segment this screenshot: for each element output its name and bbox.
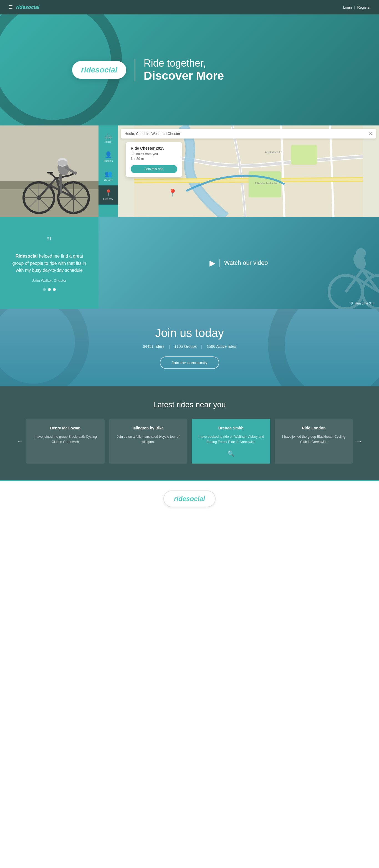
ride-card-title: Ride Chester 2015: [131, 146, 177, 150]
video-cta-divider: [219, 259, 220, 267]
ride-card-3: Ride London I have joined the group Blac…: [275, 419, 353, 464]
hamburger-icon[interactable]: ☰: [8, 4, 13, 10]
login-link[interactable]: Login: [343, 5, 352, 9]
join-community-button[interactable]: Join the community: [160, 356, 219, 369]
ride-card-0-name: Henry McGowan: [32, 426, 99, 430]
sidebar-icons: 🚲 Rides 👤 Buddies 👥 Groups 📍 Live now: [98, 125, 118, 217]
join-stats: 64451 riders | 1105 Groups | 1566 Active…: [143, 344, 236, 349]
join-ride-button[interactable]: Join this ride: [131, 165, 177, 173]
svg-text:Appledore La: Appledore La: [265, 150, 282, 154]
timer-icon: ⏱: [350, 302, 353, 305]
hero-logo: ridesocial: [72, 61, 126, 79]
nav-divider: |: [354, 5, 355, 9]
map-marker: 📍: [168, 188, 178, 198]
ride-card-1-name: Islington by Bike: [115, 426, 182, 430]
groups-icon: 👥: [104, 170, 112, 178]
svg-point-27: [57, 160, 67, 166]
riders-count: 64451 riders: [143, 344, 164, 349]
live-now-icon: 📍: [104, 189, 112, 196]
quote-mark: ": [46, 235, 52, 248]
stat-divider-2: |: [201, 344, 202, 349]
testimonial-text: Ridesocial helped me find a great group …: [11, 253, 87, 274]
svg-text:Chester Golf Club: Chester Golf Club: [255, 182, 278, 185]
join-section: Join us today 64451 riders | 1105 Groups…: [0, 309, 379, 386]
latest-rides-section: Latest rides near you ← Henry McGowan I …: [0, 386, 379, 480]
search-icon[interactable]: 🔍: [197, 450, 265, 457]
svg-rect-1: [0, 187, 98, 217]
cyclist-photo: [0, 125, 98, 217]
rides-label: Rides: [105, 141, 111, 144]
carousel-next-arrow[interactable]: →: [353, 435, 365, 448]
buddies-label: Buddies: [104, 160, 113, 163]
register-link[interactable]: Register: [357, 5, 371, 9]
ride-info-card: Ride Chester 2015 3.3 miles from you 1hr…: [126, 142, 182, 177]
ride-card-0: Henry McGowan I have joined the group Bl…: [26, 419, 104, 464]
hero-section: ridesocial Ride together, Discover More: [0, 14, 379, 125]
map-section: 🚲 Rides 👤 Buddies 👥 Groups 📍 Live now: [98, 125, 379, 217]
sidebar-live-now[interactable]: 📍 Live now: [98, 185, 118, 205]
svg-rect-22: [47, 172, 53, 174]
latest-rides-title: Latest rides near you: [0, 400, 379, 409]
sidebar-groups[interactable]: 👥 Groups: [98, 166, 118, 186]
navbar-right: Login | Register: [343, 5, 371, 9]
rides-grid: Henry McGowan I have joined the group Bl…: [26, 419, 353, 464]
sidebar-buddies[interactable]: 👤 Buddies: [98, 147, 118, 166]
video-cta: ▶ Watch our video: [210, 258, 268, 268]
footer: ridesocial: [0, 480, 379, 516]
footer-logo: ridesocial: [163, 491, 216, 507]
bg-wheel-1: [268, 309, 379, 386]
runtime-text: Run time 3 m: [355, 302, 375, 305]
hero-divider: [134, 59, 135, 81]
ride-card-2-desc: I have booked to ride on Waltham Abbey a…: [197, 434, 265, 445]
testimonial-dots: [43, 288, 56, 291]
right-panel: 🚲 Rides 👤 Buddies 👥 Groups 📍 Live now: [98, 125, 379, 309]
live-now-label: Live now: [103, 198, 113, 201]
hero-content: ridesocial Ride together, Discover More: [0, 58, 224, 83]
navbar: ☰ ridesocial Login | Register: [0, 0, 379, 14]
join-title: Join us today: [155, 327, 224, 340]
brand-name[interactable]: ridesocial: [16, 4, 39, 10]
buddies-icon: 👤: [104, 151, 112, 158]
dot-2[interactable]: [48, 288, 51, 291]
rides-carousel: ← Henry McGowan I have joined the group …: [0, 419, 379, 464]
testimonial-panel: " Ridesocial helped me find a great grou…: [0, 217, 98, 309]
rides-icon: 🚲: [104, 132, 112, 140]
ride-card-2-name: Brenda Smith: [197, 426, 265, 430]
ride-card-1: Islington by Bike Join us on a fully mar…: [109, 419, 188, 464]
sidebar-rides[interactable]: 🚲 Rides: [98, 128, 118, 147]
bg-wheel-2: [0, 309, 89, 386]
watch-video-text: Watch our video: [224, 259, 268, 267]
map-search-bar: Hoole, Cheshire West and Chester ✕: [121, 129, 376, 138]
map-container[interactable]: Hoole, Cheshire West and Chester ✕: [118, 125, 379, 217]
map-search-text[interactable]: Hoole, Cheshire West and Chester: [125, 131, 369, 136]
carousel-prev-arrow[interactable]: ←: [14, 435, 26, 448]
dot-1[interactable]: [43, 288, 46, 291]
hero-tagline2: Discover More: [144, 69, 224, 83]
ride-card-3-desc: I have joined the group Blackheath Cycli…: [280, 434, 348, 445]
groups-label: Groups: [104, 179, 113, 182]
active-rides-count: 1566 Active rides: [207, 344, 236, 349]
navbar-left: ☰ ridesocial: [8, 4, 39, 10]
ride-card-0-desc: I have joined the group Blackheath Cycli…: [32, 434, 99, 445]
play-icon: ▶: [210, 258, 216, 268]
ride-card-3-name: Ride London: [280, 426, 348, 430]
groups-count: 1105 Groups: [174, 344, 197, 349]
ride-card-distance: 3.3 miles from you: [131, 152, 177, 156]
hero-tagline1: Ride together,: [144, 58, 224, 69]
svg-line-25: [61, 174, 61, 193]
middle-section: " Ridesocial helped me find a great grou…: [0, 125, 379, 309]
svg-point-41: [356, 248, 366, 258]
dot-3[interactable]: [53, 288, 56, 291]
video-runtime: ⏱ Run time 3 m: [350, 302, 375, 305]
ride-card-1-desc: Join us on a fully marshaled bicycle tou…: [115, 434, 182, 445]
ride-card-duration: 1hr 30 m: [131, 157, 177, 161]
testimonial-author: John Walker, Chester: [32, 278, 67, 283]
svg-rect-34: [296, 217, 379, 309]
map-close-button[interactable]: ✕: [369, 131, 372, 136]
video-section[interactable]: ▶ Watch our video ⏱ Run time 3 m: [98, 217, 379, 309]
hero-text: Ride together, Discover More: [144, 58, 224, 83]
left-panel: " Ridesocial helped me find a great grou…: [0, 125, 98, 309]
stat-divider-1: |: [169, 344, 170, 349]
svg-rect-30: [291, 145, 317, 165]
ride-card-2: Brenda Smith I have booked to ride on Wa…: [192, 419, 270, 464]
